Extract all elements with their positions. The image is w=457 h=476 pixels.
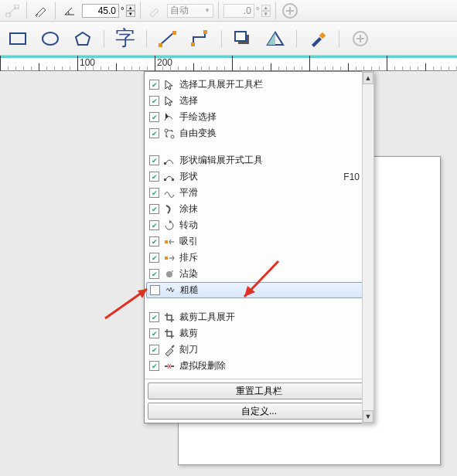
checkbox[interactable]: ✔ [149, 128, 159, 138]
checkbox[interactable]: ✔ [149, 361, 159, 371]
reset-toolbar-button[interactable]: 重置工具栏 [148, 382, 370, 400]
polygon-tool[interactable] [70, 26, 96, 52]
pen-angle-button[interactable] [32, 2, 50, 19]
svg-rect-9 [172, 31, 176, 35]
menu-item-label: 手绘选择 [179, 110, 369, 124]
svg-rect-19 [172, 178, 174, 181]
svg-point-16 [171, 135, 174, 138]
rotate-icon [162, 219, 176, 232]
checkbox[interactable]: ✔ [149, 172, 159, 182]
menu-item-shape[interactable]: ✔形状F10 [146, 168, 372, 185]
crop-icon [162, 328, 176, 340]
transform-icon [162, 128, 176, 140]
menu-item-label: 平滑 [179, 186, 369, 199]
virtual-delete-icon [162, 360, 176, 372]
menu-item-crop[interactable]: ✔裁剪 [146, 325, 372, 342]
menu-scrollbar[interactable]: ▲ ▼ [362, 71, 374, 423]
svg-rect-10 [191, 42, 195, 46]
menu-item-attract[interactable]: ✔吸引 [146, 233, 372, 250]
add-button-2[interactable] [347, 26, 373, 52]
menu-item-rotate[interactable]: ✔转动 [146, 217, 372, 233]
separator [140, 2, 141, 19]
eyedropper-tool[interactable] [305, 26, 331, 52]
checkbox[interactable]: ✔ [149, 312, 159, 322]
checkbox[interactable] [150, 285, 160, 295]
svg-line-25 [172, 345, 174, 348]
separator [55, 2, 56, 19]
text-tool[interactable]: 字 [112, 26, 138, 52]
transparency-tool[interactable] [262, 26, 288, 52]
checkbox[interactable]: ✔ [149, 253, 159, 263]
menu-item-label: 刻刀 [179, 343, 369, 356]
checkbox[interactable]: ✔ [149, 328, 159, 338]
menu-item-virtual-delete[interactable]: ✔虚拟段删除 [146, 358, 372, 374]
plus-icon [282, 3, 298, 19]
separator [275, 2, 276, 19]
second-angle-input[interactable] [223, 4, 254, 18]
menu-item-select-expand[interactable]: ✔选择工具展开工具栏 [146, 76, 372, 93]
svg-rect-18 [164, 178, 166, 181]
checkbox[interactable]: ✔ [149, 188, 159, 198]
menu-item-knife[interactable]: ✔刻刀 [146, 342, 372, 358]
scroll-up-button[interactable]: ▲ [363, 72, 373, 84]
menu-item-smooth[interactable]: ✔平滑 [146, 185, 372, 201]
menu-item-label: 形状 [179, 170, 340, 183]
dimension-tool[interactable] [155, 26, 181, 52]
svg-rect-17 [164, 162, 166, 165]
shadow-tool[interactable] [230, 26, 256, 52]
svg-point-5 [43, 32, 58, 45]
angle-input[interactable] [82, 4, 119, 18]
separator [104, 30, 104, 47]
menu-item-shape-edit-expand[interactable]: ✔形状编辑展开式工具 [146, 152, 372, 168]
shape-icon [162, 171, 176, 183]
menu-item-label: 沾染 [179, 267, 369, 280]
menu-item-stain[interactable]: ✔沾染 [146, 266, 372, 282]
angle-spinner[interactable]: ▲▼ [126, 5, 135, 17]
checkbox[interactable]: ✔ [149, 236, 159, 246]
options-toolbar: ° ▲▼ 自动 ▼ ° ▲▼ [0, 0, 457, 22]
scroll-down-button[interactable]: ▼ [363, 410, 373, 423]
angle-unit: ° [121, 5, 124, 16]
svg-point-15 [165, 129, 168, 132]
chevron-down-icon: ▼ [204, 7, 210, 14]
menu-item-label: 吸引 [179, 235, 369, 248]
menu-item-free-transform[interactable]: ✔自由变换 [146, 125, 372, 141]
svg-point-3 [36, 14, 38, 15]
checkbox[interactable]: ✔ [149, 80, 159, 90]
menu-item-select[interactable]: ✔选择 [146, 93, 372, 109]
mode-combo[interactable]: 自动 ▼ [167, 4, 213, 18]
checkbox[interactable]: ✔ [149, 96, 159, 106]
menu-item-repel[interactable]: ✔排斥 [146, 250, 372, 266]
rectangle-tool[interactable] [5, 26, 31, 52]
horizontal-ruler: 100200 [0, 56, 457, 71]
checkbox[interactable]: ✔ [149, 345, 159, 355]
customize-button[interactable]: 自定义... [148, 403, 370, 420]
separator [339, 30, 339, 47]
checkbox[interactable]: ✔ [149, 220, 159, 230]
checkbox[interactable]: ✔ [149, 155, 159, 165]
checkbox[interactable]: ✔ [149, 204, 159, 214]
svg-point-24 [172, 270, 173, 272]
checkbox[interactable]: ✔ [149, 269, 159, 279]
tools-toolbar: 字 [0, 22, 457, 56]
menu-item-freehand-select[interactable]: ✔手绘选择 [146, 109, 372, 125]
second-angle-spinner[interactable]: ▲▼ [261, 5, 271, 17]
svg-rect-0 [6, 13, 10, 17]
menu-item-label: 粗糙 [180, 284, 368, 297]
connector-tool[interactable] [187, 26, 213, 52]
separator [296, 30, 297, 47]
checkbox[interactable]: ✔ [149, 112, 159, 122]
add-button-1[interactable] [281, 2, 299, 19]
menu-item-crop-expand[interactable]: ✔裁剪工具展开 [146, 309, 372, 325]
menu-item-roughen[interactable]: 粗糙 [146, 282, 372, 298]
ellipse-tool[interactable] [37, 26, 63, 52]
second-angle-unit: ° [256, 5, 260, 16]
mode-combo-label: 自动 [170, 4, 189, 17]
menu-item-label: 虚拟段删除 [179, 359, 369, 372]
menu-item-smear[interactable]: ✔涂抹 [146, 201, 372, 217]
shape-edit-icon [162, 155, 176, 167]
brush-mode-button[interactable] [145, 2, 164, 19]
separator [146, 30, 147, 47]
menu-item-label: 裁剪 [179, 327, 369, 340]
snap-node-button[interactable] [3, 2, 22, 19]
